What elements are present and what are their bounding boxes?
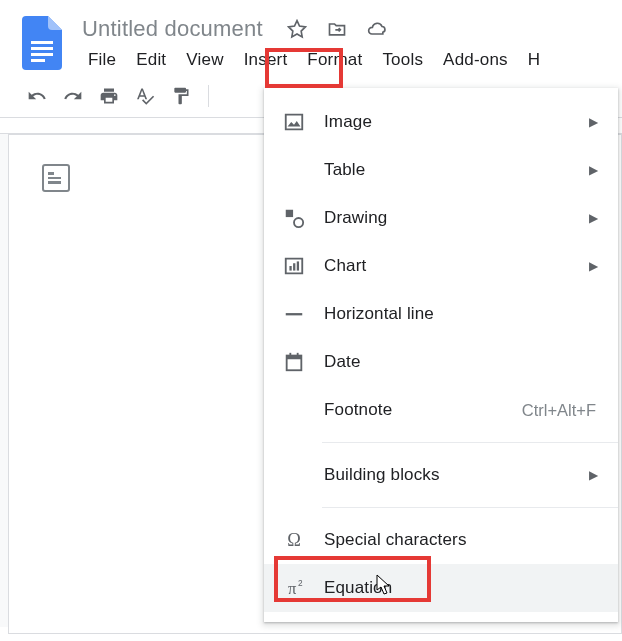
document-title[interactable]: Untitled document	[80, 14, 265, 44]
svg-rect-6	[289, 266, 291, 271]
menu-item-footnote[interactable]: Footnote Ctrl+Alt+F	[264, 386, 618, 434]
svg-text:Ω: Ω	[287, 530, 301, 550]
submenu-arrow-icon: ▶	[589, 468, 600, 482]
title-icons	[287, 19, 387, 39]
menu-help[interactable]: H	[518, 46, 550, 74]
docs-logo-area	[0, 8, 78, 70]
title-row: Untitled document	[78, 14, 622, 44]
menu-item-label: Chart	[324, 256, 589, 276]
menu-insert[interactable]: Insert	[234, 46, 298, 74]
menu-edit[interactable]: Edit	[126, 46, 176, 74]
svg-rect-8	[297, 261, 299, 270]
svg-rect-7	[293, 263, 295, 270]
menu-item-label: Building blocks	[324, 465, 589, 485]
menu-item-label: Drawing	[324, 208, 589, 228]
spellcheck-button[interactable]	[130, 81, 160, 111]
menu-bar: File Edit View Insert Format Tools Add-o…	[78, 46, 622, 74]
menu-addons[interactable]: Add-ons	[433, 46, 518, 74]
menu-view[interactable]: View	[176, 46, 233, 74]
menu-item-image[interactable]: Image ▶	[264, 98, 618, 146]
menu-item-chart[interactable]: Chart ▶	[264, 242, 618, 290]
insert-dropdown: Image ▶ Table ▶ Drawing ▶ Chart ▶ Horizo…	[264, 88, 618, 622]
print-button[interactable]	[94, 81, 124, 111]
menu-item-special-characters[interactable]: Ω Special characters	[264, 516, 618, 564]
submenu-arrow-icon: ▶	[589, 259, 600, 273]
menu-item-label: Special characters	[324, 530, 600, 550]
menu-separator	[322, 442, 618, 443]
menu-item-drawing[interactable]: Drawing ▶	[264, 194, 618, 242]
svg-rect-13	[297, 353, 299, 358]
svg-text:π: π	[288, 579, 297, 598]
date-icon	[282, 350, 306, 374]
menu-item-label: Footnote	[324, 400, 522, 420]
menu-separator	[322, 507, 618, 508]
header-bar: Untitled document File Edit View Insert …	[0, 0, 622, 74]
svg-rect-11	[287, 356, 302, 360]
redo-button[interactable]	[58, 81, 88, 111]
menu-format[interactable]: Format	[297, 46, 372, 74]
menu-item-label: Image	[324, 112, 589, 132]
footnote-icon	[282, 398, 306, 422]
menu-item-label: Horizontal line	[324, 304, 600, 324]
building-blocks-icon	[282, 463, 306, 487]
submenu-arrow-icon: ▶	[589, 163, 600, 177]
submenu-arrow-icon: ▶	[589, 211, 600, 225]
svg-rect-2	[31, 53, 53, 56]
image-icon	[282, 110, 306, 134]
horizontal-line-icon	[282, 302, 306, 326]
menu-item-horizontal-line[interactable]: Horizontal line	[264, 290, 618, 338]
menu-item-label: Date	[324, 352, 600, 372]
equation-icon: π2	[282, 576, 306, 600]
docs-logo-icon[interactable]	[22, 16, 62, 70]
svg-point-5	[294, 218, 303, 227]
svg-rect-3	[31, 59, 45, 62]
svg-rect-9	[286, 313, 303, 315]
menu-item-equation[interactable]: π2 Equation	[264, 564, 618, 612]
menu-item-table[interactable]: Table ▶	[264, 146, 618, 194]
toolbar-separator	[208, 85, 209, 107]
menu-file[interactable]: File	[78, 46, 126, 74]
cloud-icon[interactable]	[367, 19, 387, 39]
outline-button[interactable]	[42, 164, 70, 192]
menu-item-label: Table	[324, 160, 589, 180]
table-icon	[282, 158, 306, 182]
svg-rect-4	[286, 210, 293, 217]
svg-rect-0	[31, 41, 53, 44]
submenu-arrow-icon: ▶	[589, 115, 600, 129]
menu-tools[interactable]: Tools	[372, 46, 433, 74]
paint-format-button[interactable]	[166, 81, 196, 111]
move-icon[interactable]	[327, 19, 347, 39]
menu-item-building-blocks[interactable]: Building blocks ▶	[264, 451, 618, 499]
svg-rect-12	[289, 353, 291, 358]
menu-item-date[interactable]: Date	[264, 338, 618, 386]
undo-button[interactable]	[22, 81, 52, 111]
star-icon[interactable]	[287, 19, 307, 39]
menu-item-shortcut: Ctrl+Alt+F	[522, 401, 596, 420]
chart-icon	[282, 254, 306, 278]
svg-text:2: 2	[298, 579, 303, 588]
menu-item-label: Equation	[324, 578, 600, 598]
title-menu-area: Untitled document File Edit View Insert …	[78, 8, 622, 74]
drawing-icon	[282, 206, 306, 230]
svg-rect-1	[31, 47, 53, 50]
omega-icon: Ω	[282, 528, 306, 552]
